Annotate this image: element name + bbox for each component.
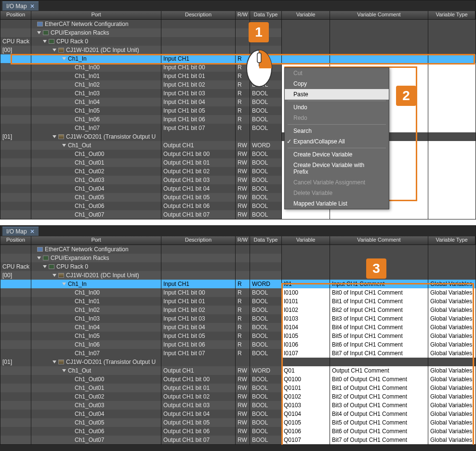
vartype-cell[interactable]: Global Variables — [428, 332, 476, 340]
header-position[interactable]: Position — [0, 236, 31, 245]
header-vartype[interactable]: Variable Type — [428, 11, 476, 19]
header-rw[interactable]: R/W — [236, 11, 250, 19]
header-port[interactable]: Port — [31, 236, 161, 245]
header-datatype[interactable]: Data Type — [250, 236, 282, 245]
table-row[interactable]: Ch1_In06 Input CH1 bit 06 R BOOL — [0, 115, 476, 124]
variable-cell[interactable]: I0100 — [282, 288, 330, 297]
table-row[interactable]: Ch1_In01 Input CH1 bit 01 R BOOL — [0, 72, 476, 80]
chevron-down-icon[interactable] — [37, 257, 41, 259]
comment-cell[interactable]: Bit3 of Input CH1 Comment — [330, 314, 428, 323]
vartype-cell[interactable] — [428, 106, 476, 115]
variable-cell[interactable] — [282, 210, 330, 219]
tree-row-unit-in[interactable]: [00] CJ1W-ID201 (DC Input Unit) — [0, 271, 476, 280]
table-row[interactable]: Ch1_Out06 Output CH1 bit 06 RW BOOL — [0, 202, 476, 210]
table-row[interactable]: Ch1_In01 Input CH1 bit 01 R BOOL I0101 B… — [0, 297, 476, 306]
variable-cell[interactable]: I0102 — [282, 306, 330, 314]
chevron-down-icon[interactable] — [43, 40, 47, 43]
vartype-cell[interactable] — [428, 63, 476, 72]
vartype-cell[interactable]: Global Variables — [428, 314, 476, 323]
comment-cell[interactable]: Bit0 of Input CH1 Comment — [330, 288, 428, 297]
table-row[interactable]: Ch1_In06 Input CH1 bit 06 R BOOL I0106 B… — [0, 340, 476, 349]
variable-cell[interactable]: I0103 — [282, 314, 330, 323]
vartype-cell[interactable] — [428, 89, 476, 98]
comment-cell[interactable]: Bit6 of Output CH1 Comment — [330, 427, 428, 436]
comment-cell[interactable]: Bit5 of Output CH1 Comment — [330, 418, 428, 427]
vartype-cell[interactable]: Global Variables — [428, 288, 476, 297]
header-position[interactable]: Position — [0, 11, 31, 19]
tab-io-map[interactable]: I/O Map ✕ — [2, 1, 39, 11]
table-row[interactable]: Ch1_In03 Input CH1 bit 03 R BOOL I0103 B… — [0, 314, 476, 323]
variable-cell[interactable]: Q01 — [282, 366, 330, 375]
comment-cell[interactable]: Bit1 of Output CH1 Comment — [330, 384, 428, 392]
menu-mapped-list[interactable]: Mapped Variable List — [285, 198, 389, 209]
comment-cell[interactable]: Bit3 of Output CH1 Comment — [330, 401, 428, 410]
header-comment[interactable]: Variable Comment — [330, 236, 428, 245]
chevron-down-icon[interactable] — [62, 144, 66, 147]
vartype-cell[interactable]: Global Variables — [428, 436, 476, 444]
table-row[interactable]: Ch1_Out05 Output CH1 bit 05 RW BOOL — [0, 193, 476, 202]
vartype-cell[interactable] — [428, 98, 476, 106]
vartype-cell[interactable] — [428, 193, 476, 202]
vartype-cell[interactable]: Global Variables — [428, 323, 476, 332]
close-icon[interactable]: ✕ — [30, 3, 35, 10]
comment-cell[interactable]: Bit7 of Input CH1 Comment — [330, 349, 428, 358]
table-row[interactable]: Ch1_In00 Input CH1 bit 00 R BOOL I0100 B… — [0, 288, 476, 297]
variable-cell[interactable]: Q0106 — [282, 427, 330, 436]
tree-row-rack0[interactable]: CPU Rack CPU Rack 0 — [0, 262, 476, 271]
vartype-cell[interactable]: Global Variables — [428, 349, 476, 358]
tree-row-ethercat[interactable]: EtherCAT Network Configuration — [0, 20, 476, 28]
menu-redo[interactable]: Redo — [285, 113, 389, 123]
menu-create-variable-prefix[interactable]: Create Device Variable with Prefix — [285, 160, 389, 177]
vartype-cell[interactable]: Global Variables — [428, 297, 476, 306]
vartype-cell[interactable] — [428, 158, 476, 167]
tree-row-racks[interactable]: CPU/Expansion Racks — [0, 254, 476, 262]
menu-delete-variable[interactable]: Delete Variable — [285, 188, 389, 198]
vartype-cell[interactable] — [428, 184, 476, 193]
chevron-down-icon[interactable] — [62, 57, 66, 60]
table-row[interactable]: Ch1_Out07 Output CH1 bit 07 RW BOOL Q010… — [0, 436, 476, 444]
chevron-down-icon[interactable] — [62, 283, 66, 285]
tree-row-racks[interactable]: CPU/Expansion Racks — [0, 28, 476, 37]
table-row[interactable]: Ch1_Out00 Output CH1 bit 00 RW BOOL Q010… — [0, 375, 476, 384]
menu-cancel-assignment[interactable]: Cancel Variable Assignment — [285, 177, 389, 188]
variable-cell[interactable]: Q0107 — [282, 436, 330, 444]
vartype-cell[interactable]: Global Variables — [428, 340, 476, 349]
chevron-down-icon[interactable] — [53, 135, 56, 138]
table-row[interactable]: Ch1_Out01 Output CH1 bit 01 RW BOOL — [0, 158, 476, 167]
comment-cell[interactable] — [330, 210, 428, 219]
vartype-cell[interactable] — [428, 210, 476, 219]
tree-row-unit-in[interactable]: [00] CJ1W-ID201 (DC Input Unit) — [0, 46, 476, 54]
table-row[interactable]: Ch1_In05 Input CH1 bit 05 R BOOL I0105 B… — [0, 332, 476, 340]
vartype-cell[interactable]: Global Variables — [428, 427, 476, 436]
chevron-down-icon[interactable] — [37, 31, 41, 34]
menu-cut[interactable]: Cut — [285, 68, 389, 78]
header-datatype[interactable]: Data Type — [250, 11, 282, 19]
variable-cell[interactable]: Q0105 — [282, 418, 330, 427]
chevron-down-icon[interactable] — [62, 369, 66, 372]
table-row[interactable]: Ch1_Out03 Output CH1 bit 03 RW BOOL Q010… — [0, 401, 476, 410]
table-row[interactable]: Ch1_Out02 Output CH1 bit 02 RW BOOL Q010… — [0, 392, 476, 401]
variable-cell[interactable]: I0107 — [282, 349, 330, 358]
chevron-down-icon[interactable] — [43, 265, 47, 268]
vartype-cell[interactable]: Global Variables — [428, 384, 476, 392]
header-rw[interactable]: R/W — [236, 236, 250, 245]
vartype-cell[interactable] — [428, 124, 476, 132]
header-port[interactable]: Port — [31, 11, 161, 19]
tree-row-ch1-in[interactable]: Ch1_In Input CH1 R — [0, 54, 476, 63]
header-description[interactable]: Description — [161, 236, 236, 245]
comment-cell[interactable]: Bit1 of Input CH1 Comment — [330, 297, 428, 306]
variable-cell[interactable]: I0106 — [282, 340, 330, 349]
vartype-cell[interactable] — [428, 167, 476, 176]
table-row[interactable]: Ch1_Out00 Output CH1 bit 00 RW BOOL — [0, 150, 476, 158]
comment-cell[interactable]: Bit7 of Output CH1 Comment — [330, 436, 428, 444]
variable-cell[interactable]: Q0104 — [282, 410, 330, 418]
header-description[interactable]: Description — [161, 11, 236, 19]
header-variable[interactable]: Variable — [282, 11, 330, 19]
table-row[interactable]: Ch1_Out05 Output CH1 bit 05 RW BOOL Q010… — [0, 418, 476, 427]
vartype-cell[interactable] — [428, 72, 476, 80]
menu-create-variable[interactable]: Create Device Variable — [285, 149, 389, 160]
comment-cell[interactable]: Bit6 of Input CH1 Comment — [330, 340, 428, 349]
table-row[interactable]: Ch1_In04 Input CH1 bit 04 R BOOL I0104 B… — [0, 323, 476, 332]
variable-cell[interactable]: Q0100 — [282, 375, 330, 384]
menu-expand-collapse[interactable]: Expand/Collapse All — [285, 136, 389, 147]
